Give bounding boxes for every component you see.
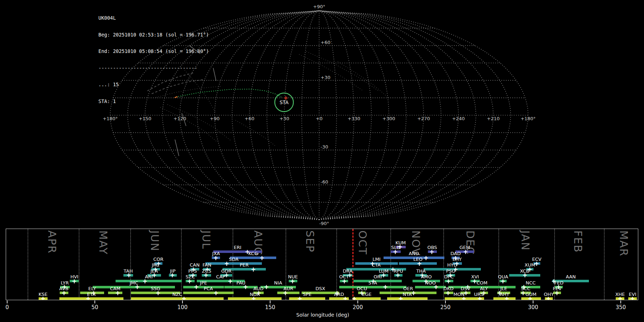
shower-peak-marker: + <box>142 278 148 284</box>
month-label: MAY <box>97 230 109 255</box>
sta-drift-track <box>176 89 281 97</box>
shower-peak-marker: + <box>546 296 551 301</box>
x-axis-tick <box>270 301 270 303</box>
latitude-label: -90° <box>319 221 329 226</box>
shower-activity-bar <box>339 286 406 288</box>
x-axis-tick <box>445 301 446 303</box>
shower-peak-marker: + <box>351 296 357 301</box>
shower-peak-marker: + <box>213 290 219 296</box>
radiant-track <box>306 52 379 91</box>
shower-activity-bar <box>277 292 300 294</box>
month-separator <box>130 229 131 300</box>
longitude-label: +30 <box>279 116 289 121</box>
shower-peak-marker: + <box>187 278 192 284</box>
shower-peak-marker: + <box>504 296 510 301</box>
shower-peak-marker: + <box>445 290 451 296</box>
shower-activity-bar <box>205 262 262 265</box>
map-meridian <box>197 11 319 220</box>
x-axis-tick <box>7 301 8 303</box>
shower-peak-marker: + <box>382 284 388 290</box>
longitude-label: +60 <box>245 116 254 121</box>
shower-peak-marker: + <box>461 296 467 301</box>
radiant-track <box>185 70 215 112</box>
radiant-track <box>156 86 222 97</box>
shower-peak-marker: + <box>341 278 347 284</box>
longitude-label: +210 <box>487 116 500 121</box>
shower-peak-marker: + <box>227 278 233 284</box>
month-label: JAN <box>519 230 532 251</box>
longitude-label: +120 <box>174 116 186 121</box>
shower-peak-marker: + <box>264 284 269 290</box>
longitude-label: +240 <box>452 116 465 121</box>
shower-peak-marker: + <box>392 249 398 255</box>
shower-peak-marker: + <box>115 290 121 296</box>
shower-peak-marker: + <box>243 284 248 290</box>
month-label: APR <box>46 230 58 254</box>
shower-activity-bar <box>59 297 123 300</box>
shower-code-label: KCG <box>248 251 258 256</box>
shower-code-label: NTA <box>402 292 412 297</box>
radiant-track <box>167 104 230 140</box>
shower-code-label: CAP <box>216 274 225 279</box>
shower-peak-marker: + <box>213 255 219 261</box>
shower-peak-marker: + <box>283 290 288 296</box>
shower-peak-marker: + <box>423 255 429 261</box>
radiant-track <box>338 62 387 97</box>
x-axis-tick <box>182 301 183 303</box>
x-axis-tick-label: 0 <box>5 304 9 311</box>
shower-peak-marker: + <box>342 296 348 301</box>
shower-peak-marker: + <box>259 255 265 261</box>
longitude-label: +300 <box>382 116 395 121</box>
x-axis-tick-label: 50 <box>91 304 98 311</box>
shower-activity-bar <box>415 286 446 288</box>
longitude-label: +180° <box>521 116 536 121</box>
x-axis-title: Solar longitude (deg) <box>296 312 349 318</box>
shower-peak-marker: + <box>429 249 435 255</box>
month-label: SEP <box>304 230 316 253</box>
shower-peak-marker: + <box>290 278 296 284</box>
shower-activity-bar <box>224 286 258 288</box>
latitude-label: +60 <box>321 40 330 45</box>
map-meridian <box>284 11 319 220</box>
sta-radiant-label: STA <box>279 99 289 105</box>
shower-peak-marker: + <box>398 296 404 301</box>
shower-activity-bar <box>387 297 428 300</box>
shower-code-label: PER <box>240 262 249 268</box>
shower-peak-marker: + <box>477 296 483 301</box>
radiant-track <box>235 120 276 147</box>
shower-code-label: PCA <box>204 286 213 291</box>
shower-activity-bar <box>353 280 402 282</box>
latitude-label: +90° <box>313 4 325 9</box>
shower-code-label: STA <box>369 280 377 286</box>
shower-activity-bar <box>445 297 474 300</box>
shower-code-label: DSX <box>316 286 325 291</box>
map-meridian <box>319 11 441 220</box>
shower-peak-marker: + <box>522 272 528 278</box>
radiant-track <box>213 68 216 81</box>
x-axis-tick-label: 200 <box>353 304 363 311</box>
x-axis-tick <box>94 301 95 303</box>
longitude-label: +0 <box>316 116 322 121</box>
latitude-label: +30 <box>321 75 330 80</box>
shower-peak-marker: + <box>297 296 303 301</box>
shower-peak-marker: + <box>126 272 132 278</box>
shower-peak-marker: + <box>194 284 199 290</box>
shower-peak-marker: + <box>445 278 451 284</box>
shower-peak-marker: + <box>630 296 635 301</box>
screenshot-root: UK004L Beg: 20251010 02:53:18 (sol = 196… <box>0 0 644 322</box>
x-axis-tick-label: 350 <box>616 304 626 311</box>
shower-activity-bar <box>93 286 175 288</box>
shower-peak-marker: + <box>500 278 506 284</box>
shower-peak-marker: + <box>61 290 67 296</box>
current-sol-line <box>352 229 353 300</box>
shower-code-label: EGE <box>362 292 372 297</box>
map-meridian <box>249 11 319 220</box>
month-separator <box>181 229 182 300</box>
map-meridian <box>232 11 319 220</box>
shower-code-label: ERI <box>234 245 241 250</box>
activity-chart: APRMAYJUNJULAUGSEPOCTNOVDECJANFEBMARKUM+… <box>6 229 638 300</box>
x-axis-tick-label: 250 <box>440 304 451 311</box>
radiant-track <box>160 107 217 142</box>
longitude-label: +330 <box>347 116 360 121</box>
shower-activity-bar <box>116 280 182 282</box>
